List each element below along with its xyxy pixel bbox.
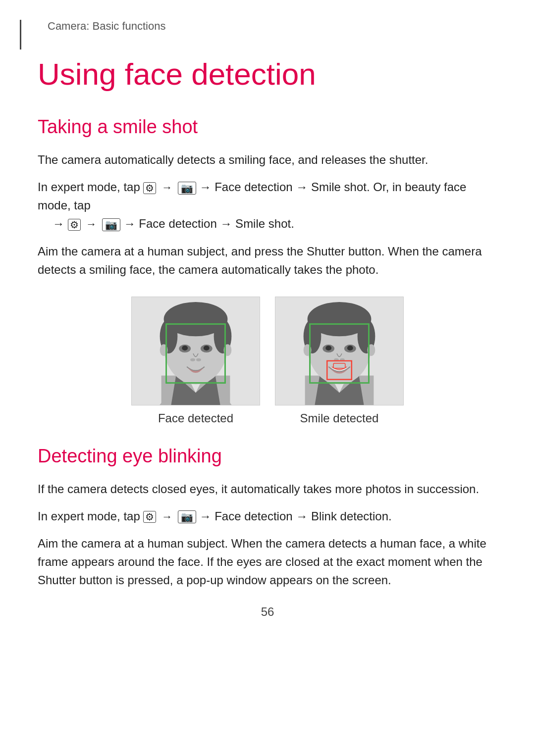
svg-point-13 [204, 346, 210, 351]
page-container: Camera: Basic functions Using face detec… [0, 0, 535, 639]
section-eye-blinking: Detecting eye blinking If the camera det… [38, 445, 497, 590]
para2-end: → Face detection → Smile shot. [124, 217, 294, 230]
smile-detected-image [275, 297, 404, 405]
para2-prefix: In expert mode, tap [38, 180, 140, 194]
settings-icon-3: ⚙ [143, 511, 156, 523]
breadcrumb: Camera: Basic functions [48, 20, 497, 33]
para-smile-1: The camera automatically detects a smili… [38, 151, 497, 169]
para2-indent: → [53, 217, 64, 230]
svg-point-12 [182, 346, 188, 351]
face-detected-container: Face detected [131, 297, 260, 425]
caption-face-detected: Face detected [158, 411, 233, 425]
camera-icon-2: 📷 [102, 218, 120, 231]
face-detected-svg [132, 297, 260, 405]
svg-point-38 [325, 346, 331, 351]
smile-detected-svg [275, 297, 403, 405]
settings-icon-2: ⚙ [68, 219, 81, 231]
section-title-blinking: Detecting eye blinking [38, 445, 497, 468]
settings-icon: ⚙ [143, 182, 156, 194]
svg-point-39 [347, 346, 353, 351]
svg-point-14 [190, 358, 195, 361]
camera-icon-1: 📷 [178, 182, 196, 195]
para-smile-2: In expert mode, tap ⚙ → 📷 → Face detecti… [38, 178, 497, 233]
left-border-accent [20, 20, 21, 50]
page-number: 56 [261, 605, 274, 619]
section-title-smile: Taking a smile shot [38, 116, 497, 139]
face-detected-image [131, 297, 260, 405]
camera-icon-3: 📷 [178, 510, 196, 523]
images-row: Face detected [38, 297, 497, 425]
para-blink-2: In expert mode, tap ⚙ → 📷 → Face detecti… [38, 507, 497, 525]
svg-point-15 [196, 358, 201, 361]
para2b-end: → Face detection → Blink detection. [199, 509, 391, 523]
para-smile-3: Aim the camera at a human subject, and p… [38, 242, 497, 279]
page-title: Using face detection [38, 57, 497, 91]
caption-smile-detected: Smile detected [300, 411, 379, 425]
section-smile-shot: Taking a smile shot The camera automatic… [38, 116, 497, 425]
para-blink-1: If the camera detects closed eyes, it au… [38, 480, 497, 498]
smile-detected-container: Smile detected [275, 297, 404, 425]
para-blink-3: Aim the camera at a human subject. When … [38, 534, 497, 590]
para2b-prefix: In expert mode, tap [38, 509, 140, 523]
